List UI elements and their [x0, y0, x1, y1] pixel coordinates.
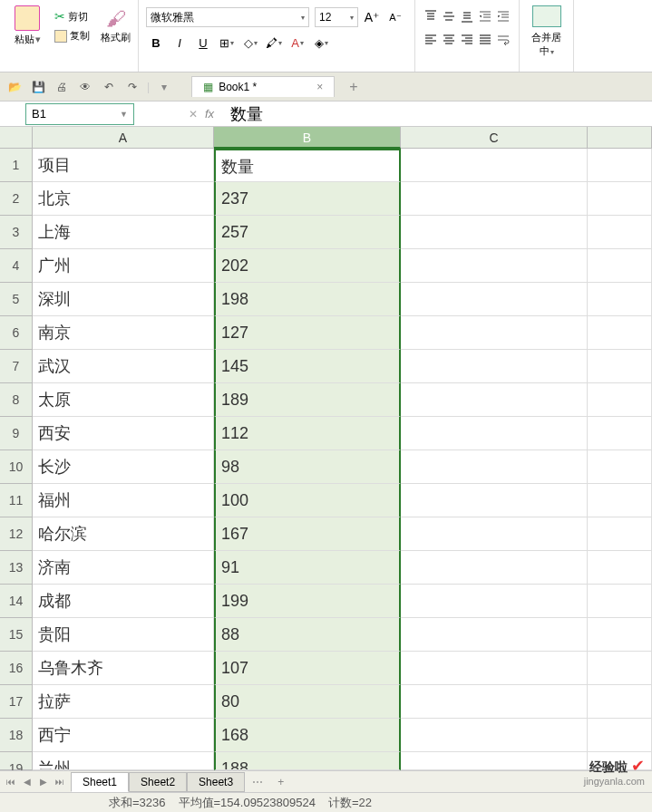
cell[interactable]	[401, 484, 588, 517]
align-left-button[interactable]	[423, 31, 439, 49]
cell[interactable]: 145	[214, 350, 401, 383]
cell[interactable]	[401, 752, 588, 770]
cell[interactable]	[401, 216, 588, 249]
save-icon[interactable]: 💾	[29, 78, 47, 96]
cell[interactable]	[401, 316, 588, 350]
row-header[interactable]: 17	[0, 685, 33, 719]
cell[interactable]: 长沙	[33, 450, 214, 484]
font-color-button[interactable]: A▾	[287, 33, 307, 53]
row-header[interactable]: 4	[0, 249, 33, 283]
cell[interactable]: 西安	[33, 417, 214, 450]
row-header[interactable]: 1	[0, 149, 33, 182]
print-preview-icon[interactable]: 👁	[76, 78, 94, 96]
cell[interactable]	[588, 618, 652, 652]
cell[interactable]: 兰州	[33, 752, 214, 770]
cell[interactable]: 项目	[33, 149, 214, 182]
row-header[interactable]: 2	[0, 182, 33, 216]
cell[interactable]: 167	[214, 517, 401, 551]
cell[interactable]: 80	[214, 685, 401, 719]
open-icon[interactable]: 📂	[5, 78, 24, 96]
redo-icon[interactable]: ↷	[123, 78, 141, 96]
cell[interactable]: 西宁	[33, 719, 214, 752]
cell[interactable]	[588, 652, 652, 685]
cell[interactable]	[401, 383, 588, 417]
print-icon[interactable]: 🖨	[53, 78, 71, 96]
cell[interactable]	[588, 216, 652, 249]
underline-button[interactable]: U	[193, 33, 213, 53]
cell[interactable]	[401, 551, 588, 585]
cell[interactable]	[588, 182, 652, 216]
cell[interactable]	[401, 652, 588, 685]
cell[interactable]: 189	[214, 383, 401, 417]
cell[interactable]: 88	[214, 618, 401, 652]
indent-increase-button[interactable]	[495, 7, 511, 25]
prev-sheet-icon[interactable]: ◀	[20, 775, 34, 789]
next-sheet-icon[interactable]: ▶	[36, 775, 51, 789]
cell[interactable]: 济南	[33, 551, 214, 585]
cell[interactable]	[588, 383, 652, 417]
cell[interactable]: 南京	[33, 316, 214, 350]
sheet-tab[interactable]: Sheet1	[71, 772, 129, 792]
cell[interactable]	[588, 450, 652, 484]
cancel-icon[interactable]: ✕	[189, 108, 198, 121]
align-bottom-button[interactable]	[459, 7, 475, 25]
undo-icon[interactable]: ↶	[100, 78, 118, 96]
highlight-button[interactable]: 🖍▾	[264, 33, 284, 53]
cell[interactable]	[588, 719, 652, 752]
cell[interactable]: 168	[214, 719, 401, 752]
cell[interactable]	[401, 182, 588, 216]
cell[interactable]: 112	[214, 417, 401, 450]
cell[interactable]: 武汉	[33, 350, 214, 383]
row-header[interactable]: 6	[0, 316, 33, 350]
cell[interactable]: 广州	[33, 249, 214, 283]
cell[interactable]	[401, 685, 588, 719]
align-center-button[interactable]	[441, 31, 457, 49]
cell[interactable]: 100	[214, 484, 401, 517]
align-top-button[interactable]	[423, 7, 439, 25]
more-icon[interactable]: ▾	[155, 78, 173, 96]
row-header[interactable]: 9	[0, 417, 33, 450]
document-tab[interactable]: ▦ Book1 * ×	[191, 76, 335, 97]
sheet-more-icon[interactable]: ⋯	[245, 776, 270, 788]
cell[interactable]: 深圳	[33, 283, 214, 316]
column-header[interactable]: C	[401, 127, 588, 149]
indent-decrease-button[interactable]	[477, 7, 493, 25]
row-header[interactable]: 3	[0, 216, 33, 249]
first-sheet-icon[interactable]: ⏮	[4, 775, 18, 789]
cell[interactable]	[588, 249, 652, 283]
fx-icon[interactable]: fx	[205, 107, 214, 121]
add-sheet-button[interactable]: +	[270, 776, 291, 788]
cell[interactable]	[588, 149, 652, 182]
cell[interactable]: 237	[214, 182, 401, 216]
add-tab-button[interactable]: +	[349, 79, 357, 95]
sheet-tab[interactable]: Sheet3	[187, 772, 245, 792]
font-name-select[interactable]: 微软雅黑▾	[146, 7, 309, 27]
font-size-select[interactable]: 12▾	[315, 7, 358, 27]
bold-button[interactable]: B	[146, 33, 166, 53]
copy-button[interactable]: 复制	[51, 27, 93, 44]
last-sheet-icon[interactable]: ⏭	[53, 775, 67, 789]
cell[interactable]	[401, 618, 588, 652]
align-right-button[interactable]	[459, 31, 475, 49]
cell[interactable]: 199	[214, 585, 401, 618]
cell[interactable]	[401, 585, 588, 618]
cell[interactable]	[401, 249, 588, 283]
cell[interactable]	[401, 417, 588, 450]
cell[interactable]: 127	[214, 316, 401, 350]
row-header[interactable]: 10	[0, 450, 33, 484]
cell[interactable]: 107	[214, 652, 401, 685]
close-tab-icon[interactable]: ×	[316, 81, 323, 93]
row-header[interactable]: 14	[0, 585, 33, 618]
row-header[interactable]: 19	[0, 752, 33, 770]
name-box[interactable]: B1▼	[25, 103, 134, 125]
cell[interactable]: 北京	[33, 182, 214, 216]
cell[interactable]	[401, 719, 588, 752]
cell[interactable]: 202	[214, 249, 401, 283]
paste-button[interactable]: 粘贴▾	[7, 4, 47, 48]
cell[interactable]	[588, 283, 652, 316]
cell-style-button[interactable]: ◈▾	[311, 33, 331, 53]
cell[interactable]: 98	[214, 450, 401, 484]
cell[interactable]	[401, 450, 588, 484]
row-header[interactable]: 16	[0, 652, 33, 685]
row-header[interactable]: 12	[0, 517, 33, 551]
